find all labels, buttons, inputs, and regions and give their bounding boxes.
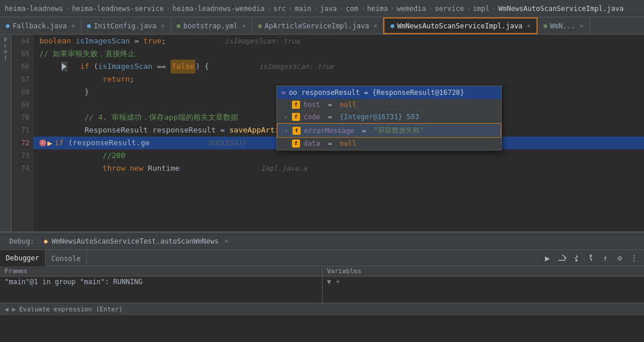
tab-close-aparticle[interactable]: × (373, 23, 377, 29)
project-icon[interactable]: Proj (1, 37, 10, 46)
tab-icon-bootstrap: ● (177, 22, 181, 30)
breadcrumb-item-9[interactable]: wemedia (397, 5, 426, 13)
vars-content: ▼ + (323, 277, 645, 287)
line-num-68: 68 (12, 86, 29, 98)
tab-close-initconfig[interactable]: × (161, 23, 165, 29)
code-area[interactable]: boolean isImagesScan = true; isImagesSca… (34, 35, 644, 231)
breadcrumb-item-7[interactable]: com (346, 5, 358, 13)
svg-rect-6 (590, 255, 592, 257)
popup-val-errormessage: "获取数据失败" (373, 126, 423, 135)
frames-content: "main"@1 in group "main": RUNNING (0, 277, 322, 287)
line-num-72: 72 (12, 137, 29, 149)
tabs-bar: ● Fallback.java × ● InitConfig.java × ● … (0, 17, 644, 35)
frames-vars-area: Frames "main"@1 in group "main": RUNNING… (0, 266, 644, 303)
breadcrumb-item-4[interactable]: src (273, 5, 286, 13)
line-num-65: 65 (12, 47, 29, 60)
tab-console[interactable]: Console (46, 250, 87, 267)
popup-val-code: {Integer@16731} 503 (340, 113, 419, 121)
expand-icon-host (284, 102, 287, 108)
debug-toolbar: ▶ ↑ ⊘ ⋮ (538, 250, 644, 266)
popup-key-code: code (304, 113, 320, 121)
line-num-70: 70 (12, 111, 29, 124)
tab-icon-wmnews: ● (390, 22, 394, 30)
line-num-74: 74 (12, 162, 29, 175)
frames-header: Frames (0, 266, 322, 277)
expand-icon-code: › (284, 114, 287, 120)
svg-rect-2 (558, 260, 565, 261)
line-num-71: 71 (12, 124, 29, 137)
field-icon-data: f (292, 139, 300, 148)
expand-icon-data (284, 141, 287, 147)
tab-fallback[interactable]: ● Fallback.java × (0, 17, 82, 34)
oo-icon: ∞ (282, 89, 286, 97)
tab-initconfig[interactable]: ● InitConfig.java × (82, 17, 171, 34)
field-icon-host: f (292, 101, 300, 109)
tab-label-initconfig: InitConfig.java (94, 22, 156, 30)
tab-close-wmnews2[interactable]: × (580, 23, 583, 29)
popup-key-data: data (304, 139, 320, 148)
popup-key-errormessage: errorMessage (304, 127, 354, 135)
breadcrumb-item-2[interactable]: heima-leadnews-service (72, 5, 164, 13)
step-into-button[interactable] (570, 252, 583, 264)
mute-breakpoints-button[interactable]: ⊘ (613, 252, 626, 264)
line-num-64: 64 (12, 35, 29, 47)
debug-session-name: WmNewsAutoScanServiceTest.autoScanWmNews (51, 237, 219, 245)
tab-close-bootstrap[interactable]: × (242, 23, 246, 29)
breadcrumb-item-11[interactable]: impl (473, 5, 490, 13)
breadcrumb-item-6[interactable]: java (320, 5, 337, 13)
breadcrumb-item-1[interactable]: heima-leadnews (5, 5, 63, 13)
field-icon-errormessage: f (293, 127, 301, 135)
tab-icon-aparticle: ● (258, 22, 262, 30)
line-numbers: 64 65 66 67 68 69 70 71 72 73 74 (12, 35, 34, 231)
tab-debugger[interactable]: Debugger (0, 250, 46, 267)
debug-popup: ∞ oo responseResult = {ResponseResult@16… (276, 86, 502, 150)
popup-val-data: null (340, 139, 357, 148)
breadcrumb-item-10[interactable]: service (435, 5, 464, 13)
evaluate-bar[interactable]: ◀ ▶ Evaluate expression (Enter) (0, 303, 644, 315)
eval-input[interactable]: Evaluate expression (Enter) (19, 306, 639, 313)
step-out-button[interactable] (584, 252, 597, 264)
tab-close-wmnews[interactable]: × (527, 23, 531, 29)
popup-item-code[interactable]: › f code = {Integer@16731} 503 (277, 111, 501, 123)
code-line-64: boolean isImagesScan = true; isImagesSca… (34, 35, 644, 47)
tab-close-fallback[interactable]: × (72, 23, 75, 29)
frames-panel: Frames "main"@1 in group "main": RUNNING (0, 266, 323, 303)
popup-item-errormessage[interactable]: › f errorMessage = "获取数据失败" (277, 123, 501, 138)
code-line-74: throw new Runtime Impl.java.a (34, 162, 644, 175)
resume-button[interactable]: ▶ (541, 252, 554, 264)
code-line-73: //200 (34, 149, 644, 162)
tab-wmnews[interactable]: ● WmNewsAutoScanServiceImpl.java × (383, 17, 537, 34)
popup-item-data[interactable]: f data = null (277, 138, 501, 150)
popup-header-text: oo responseResult = {ResponseResult@1672… (289, 89, 464, 97)
breadcrumb-item-5[interactable]: main (295, 5, 312, 13)
debug-session[interactable]: ◆ WmNewsAutoScanServiceTest.autoScanWmNe… (39, 234, 232, 248)
debug-session-bar: Debug: ◆ WmNewsAutoScanServiceTest.autoS… (0, 233, 644, 250)
tab-aparticle[interactable]: ● ApArticleServiceImpl.java × (252, 17, 383, 34)
debug-session-icon: ◆ (43, 237, 48, 245)
left-sidebar: Proj (0, 35, 12, 231)
step-over-button[interactable] (556, 252, 568, 264)
tab-label-fallback: Fallback.java (13, 22, 67, 30)
vars-add-icon[interactable]: + (336, 278, 340, 286)
line-num-69: 69 (12, 98, 29, 111)
tab-icon-fallback: ● (6, 22, 10, 30)
code-line-67: return; (34, 73, 644, 86)
eval-forward-button[interactable]: ▶ (12, 306, 16, 313)
code-line-65: // 如果审核失败，直接终止 (34, 47, 644, 60)
tab-icon-initconfig: ● (87, 22, 91, 30)
tab-wmnews2[interactable]: ● WmN... × (538, 17, 590, 34)
popup-item-host[interactable]: f host = null (277, 99, 501, 111)
tab-label-bootstrap: bootstrap.yml (183, 22, 238, 30)
tab-bootstrap[interactable]: ● bootstrap.yml × (171, 17, 253, 34)
debug-label: Debug: (5, 235, 39, 248)
debug-panel: Debug: ◆ WmNewsAutoScanServiceTest.autoS… (0, 231, 644, 301)
eval-back-button[interactable]: ◀ (5, 306, 9, 313)
popup-val-host: null (340, 101, 357, 109)
breadcrumb-item-8[interactable]: heima (367, 5, 388, 13)
breadcrumb-item-12[interactable]: WmNewsAutoScanServiceImpl.java (498, 5, 624, 13)
more-debug-button[interactable]: ⋮ (628, 252, 641, 264)
run-to-cursor-button[interactable]: ↑ (599, 252, 612, 264)
breadcrumb-item-3[interactable]: heima-leadnews-wemedia (173, 5, 265, 13)
debug-session-close[interactable]: × (224, 237, 228, 245)
popup-key-host: host (304, 101, 320, 109)
